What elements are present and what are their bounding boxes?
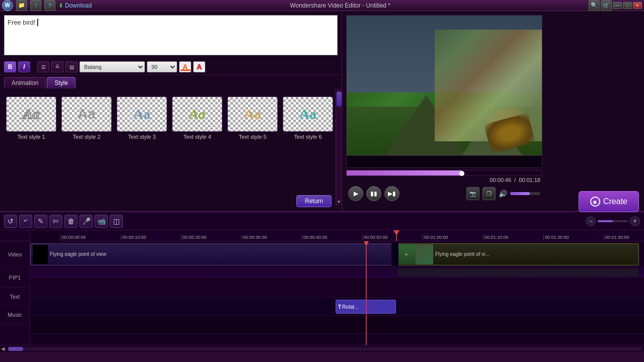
undo-button[interactable]: ↺ — [4, 215, 17, 228]
music-track — [30, 316, 644, 334]
return-button[interactable]: Return — [296, 195, 332, 207]
text-content: Free bird! — [8, 19, 36, 26]
tab-style[interactable]: Style — [47, 77, 75, 88]
align-left-button[interactable]: ☰ — [37, 61, 49, 72]
zoom-out-button[interactable]: − — [586, 216, 596, 226]
stop-button[interactable]: ▮▮ — [366, 186, 381, 201]
size-select[interactable]: 90 — [147, 61, 177, 72]
download-icon: ⬇ — [58, 2, 63, 9]
pip-button[interactable]: ◫ — [110, 215, 123, 228]
timeline-ruler: 00:00:00:00 00:00:10:00 00:00:20:00 00:0… — [60, 230, 644, 241]
text-cursor — [36, 19, 39, 26]
zoom-slider[interactable] — [598, 220, 628, 222]
ruler-mark-3: 00:00:30:00 — [242, 235, 302, 240]
style-item-3[interactable]: Aa Text style 3 — [117, 97, 167, 140]
clip-gap — [391, 243, 398, 265]
font-select[interactable]: Batang — [79, 61, 145, 72]
facebook-btn[interactable]: f — [30, 0, 41, 11]
video-track: Flying eagle point of view ▶ Flying eagl… — [30, 241, 644, 267]
text-track: T Rotat... — [30, 298, 644, 316]
italic-button[interactable]: I — [18, 61, 30, 72]
cut-button[interactable]: ✄ — [49, 215, 62, 228]
pip-track — [30, 278, 644, 298]
scroll-track[interactable] — [8, 347, 642, 351]
style-thumb-5: Aa — [227, 97, 278, 132]
text-color-button[interactable]: A — [179, 61, 191, 72]
next-frame-button[interactable]: ▶▮ — [384, 186, 399, 201]
align-right-button[interactable]: ▤ — [65, 61, 77, 72]
style-label-6: Text style 6 — [294, 134, 321, 140]
clip-2-thumb-b — [416, 244, 433, 264]
volume-fill — [510, 192, 530, 195]
total-time: 00:01:18 — [519, 177, 540, 183]
timeline-body: 00:00:00:00 00:00:10:00 00:00:20:00 00:0… — [0, 230, 644, 352]
help-btn[interactable]: ? — [44, 0, 55, 11]
style-label-2: Text style 2 — [72, 134, 100, 140]
video-frame — [347, 16, 542, 155]
ruler-mark-8: 00:01:20:00 — [543, 235, 604, 240]
progress-bar-container[interactable] — [346, 170, 542, 176]
styles-scrollbar[interactable] — [336, 88, 342, 199]
style-label-5: Text style 5 — [238, 134, 266, 140]
horizontal-scrollbar[interactable]: ◀ — [0, 345, 644, 352]
ruler-mark-7: 00:01:10:00 — [483, 235, 543, 240]
search-btn[interactable]: 🔍 — [589, 0, 600, 11]
styles-grid: Aa Text style 1 Aa Text style 2 Aa Text … — [4, 93, 338, 144]
volume-icon: 🔊 — [499, 190, 507, 198]
music-track-label: Music — [0, 306, 30, 324]
screenshot-button[interactable]: 📷 — [466, 187, 479, 200]
track-labels: Video PIP1 Text Music — [0, 241, 30, 345]
record-button[interactable]: 🎤 — [79, 215, 93, 228]
ruler-mark-1: 00:00:10:00 — [121, 235, 181, 240]
create-panel: ◉ Create — [579, 191, 639, 212]
style-tabs: Animation Style — [0, 75, 342, 88]
ruler-mark-4: 00:00:40:00 — [302, 235, 362, 240]
styles-scroll-down[interactable]: ▼ — [336, 199, 342, 205]
style-thumb-1: Aa — [6, 97, 56, 132]
screen-cap-button[interactable]: 📹 — [95, 215, 108, 228]
folder-btn[interactable]: 📁 — [16, 0, 27, 11]
download-button[interactable]: ⬇ Download — [58, 2, 92, 9]
play-button[interactable]: ▶ — [348, 186, 363, 201]
create-button[interactable]: ◉ Create — [579, 191, 639, 212]
style-item-1[interactable]: Aa Text style 1 — [6, 97, 56, 140]
timeline-toolbar: ↺ ↶ ✎ ✄ 🗑 🎤 📹 ◫ − + — [0, 212, 644, 230]
text-input-area[interactable]: Free bird! — [4, 15, 338, 55]
scroll-left-arrow[interactable]: ◀ — [0, 346, 6, 351]
style-thumb-6: Aa — [283, 97, 333, 132]
clip-1-label: Flying eagle point of view — [50, 251, 106, 257]
store-btn[interactable]: 🛒 — [601, 0, 612, 11]
bold-button[interactable]: B — [4, 61, 16, 72]
video-bottom-bar — [346, 156, 542, 168]
style-item-6[interactable]: Aa Text style 6 — [283, 97, 333, 140]
maximize-btn[interactable]: □ — [623, 2, 632, 9]
text-track-label: Text — [0, 288, 30, 306]
volume-bar[interactable] — [510, 192, 540, 195]
style-item-5[interactable]: Aa Text style 5 — [227, 97, 278, 140]
edit-button[interactable]: ✎ — [34, 215, 47, 228]
overlay-track — [30, 267, 644, 278]
ruler-mark-0: 00:00:00:00 — [60, 235, 121, 240]
ruler-mark-5: 00:00:50:00 — [362, 235, 423, 240]
style-item-4[interactable]: Aa Text style 4 — [172, 97, 222, 140]
zoom-in-button[interactable]: + — [630, 216, 640, 226]
align-center-button[interactable]: ╩ — [51, 61, 63, 72]
styles-scrollbar-thumb — [337, 92, 342, 107]
video-clip-2[interactable]: ▶ Flying eagle point of vi... — [397, 243, 639, 265]
current-time: 00:00:46 — [490, 177, 511, 183]
style-label-1: Text style 1 — [17, 134, 45, 140]
tab-animation[interactable]: Animation — [4, 77, 46, 88]
fullscreen-button[interactable]: ❐ — [482, 187, 496, 200]
minimize-btn[interactable]: ― — [613, 2, 622, 9]
scroll-thumb — [8, 347, 23, 351]
delete-button[interactable]: 🗑 — [64, 215, 77, 228]
clip-2-thumb-a: ▶ — [398, 244, 416, 264]
overlay-fill — [30, 268, 392, 277]
style-item-2[interactable]: Aa Text style 2 — [61, 97, 112, 140]
close-btn[interactable]: ✕ — [633, 2, 642, 9]
undo2-button[interactable]: ↶ — [19, 215, 32, 228]
outline-color-button[interactable]: A — [193, 61, 205, 72]
video-clip-1[interactable]: Flying eagle point of view — [30, 243, 392, 265]
timeline-section: ↺ ↶ ✎ ✄ 🗑 🎤 📹 ◫ − + 00:00:00:00 00:00:10… — [0, 211, 644, 352]
style-thumb-4: Aa — [172, 97, 222, 132]
